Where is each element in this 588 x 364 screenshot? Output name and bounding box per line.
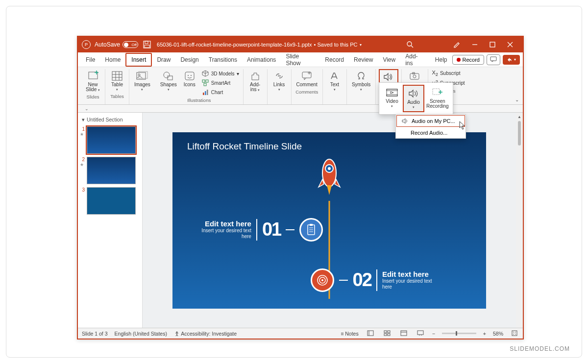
- tab-design[interactable]: Design: [175, 54, 203, 66]
- audio-button[interactable]: Audio▾: [403, 85, 424, 112]
- qat-row: ⌄: [78, 105, 523, 113]
- tab-view[interactable]: View: [378, 54, 400, 66]
- tab-slideshow[interactable]: Slide Show: [281, 50, 320, 69]
- text-button[interactable]: Text▾: [326, 69, 343, 93]
- chart-icon: [201, 88, 209, 96]
- accessibility-status[interactable]: Accessibility: Investigate: [174, 331, 237, 337]
- addins-icon: [248, 70, 262, 82]
- tab-help[interactable]: Help: [430, 54, 452, 66]
- slide-canvas[interactable]: Liftoff Rocket Timeline Slide Edit text …: [172, 132, 486, 309]
- tab-draw[interactable]: Draw: [152, 54, 175, 66]
- tab-animations[interactable]: Animations: [242, 54, 281, 66]
- svg-point-55: [176, 331, 177, 333]
- share-button[interactable]: ▾: [503, 55, 520, 65]
- ribbon-expand-icon[interactable]: ⌄: [515, 97, 519, 102]
- record-dot-icon: [457, 58, 461, 62]
- svg-rect-28: [204, 83, 206, 86]
- links-button[interactable]: Links▾: [270, 69, 288, 93]
- screen-recording-button[interactable]: ScreenRecording: [424, 85, 451, 112]
- tab-insert[interactable]: Insert: [125, 53, 152, 67]
- rocket-icon: [317, 156, 342, 202]
- group-tables-label: Tables: [110, 94, 123, 99]
- normal-view-icon[interactable]: [366, 329, 375, 338]
- watermark: SLIDEMODEL.COM: [510, 345, 570, 352]
- maximize-icon[interactable]: [489, 41, 496, 49]
- svg-rect-29: [203, 93, 204, 95]
- chevron-down-icon[interactable]: ▾: [360, 43, 362, 47]
- comments-pane-button[interactable]: [487, 54, 500, 65]
- milestone-1: Edit text here Insert your desired text …: [197, 218, 323, 242]
- svg-rect-23: [185, 72, 194, 80]
- speaker-icon: [382, 71, 395, 83]
- saved-status[interactable]: • Saved to this PC: [314, 42, 358, 48]
- zoom-value[interactable]: 58%: [493, 331, 503, 337]
- pen-icon[interactable]: [453, 41, 461, 49]
- symbols-button[interactable]: Symbols▾: [350, 69, 372, 93]
- scrollbar-thumb[interactable]: [518, 121, 521, 146]
- scroll-up-icon[interactable]: ▲: [517, 115, 521, 119]
- cube-icon: [201, 70, 209, 77]
- thumbnail-1[interactable]: 1★: [80, 126, 140, 154]
- 3d-models-button[interactable]: 3D Models ▾: [200, 69, 240, 78]
- tab-file[interactable]: File: [81, 54, 100, 66]
- thumbnail-1-preview: [87, 126, 136, 154]
- tab-transitions[interactable]: Transitions: [204, 54, 242, 66]
- svg-rect-61: [388, 334, 390, 336]
- slide-title: Liftoff Rocket Timeline Slide: [187, 141, 302, 152]
- svg-rect-1: [145, 41, 148, 44]
- milestone-2: 02 Edit text here Insert your desired te…: [311, 268, 436, 292]
- comment-button[interactable]: Comment: [294, 69, 319, 88]
- addins-button[interactable]: Add-ins ▾: [246, 69, 264, 93]
- smartart-button[interactable]: SmartArt: [200, 78, 240, 87]
- slideshow-view-icon[interactable]: [416, 329, 425, 338]
- video-button[interactable]: Video▾: [381, 85, 403, 112]
- audio-on-my-pc-item[interactable]: Audio on My PC...: [396, 115, 465, 127]
- group-slides-label: Slides: [87, 94, 99, 99]
- record-audio-item[interactable]: Record Audio...: [396, 127, 466, 138]
- icons-button[interactable]: Icons: [181, 69, 198, 88]
- thumbnail-3[interactable]: 3: [80, 187, 140, 215]
- tab-addins[interactable]: Add-ins: [400, 50, 430, 69]
- slide-counter[interactable]: Slide 1 of 3: [82, 331, 108, 337]
- smartart-icon: [201, 79, 209, 87]
- sorter-view-icon[interactable]: [382, 329, 392, 338]
- svg-rect-67: [512, 331, 517, 336]
- fit-to-window-icon[interactable]: [510, 329, 519, 338]
- svg-point-24: [188, 75, 189, 76]
- clipboard-icon: [299, 218, 323, 242]
- new-slide-button[interactable]: NewSlide ▾: [84, 69, 102, 93]
- subscript-button[interactable]: X2 Subscript: [431, 69, 466, 77]
- video-icon: [385, 87, 399, 98]
- images-button[interactable]: Images▾: [132, 69, 152, 93]
- search-icon[interactable]: [406, 41, 414, 49]
- notes-button[interactable]: ≡ Notes: [341, 331, 358, 337]
- chart-button[interactable]: Chart: [200, 88, 240, 97]
- slide-area[interactable]: Liftoff Rocket Timeline Slide Edit text …: [143, 113, 516, 328]
- reading-view-icon[interactable]: [399, 329, 409, 338]
- addins-label: Add-ins ▾: [250, 82, 260, 92]
- save-icon[interactable]: [143, 41, 151, 49]
- tab-review[interactable]: Review: [349, 54, 378, 66]
- zoom-out-button[interactable]: −: [432, 331, 435, 337]
- tab-record[interactable]: Record: [320, 54, 349, 66]
- minimize-icon[interactable]: [471, 41, 479, 49]
- record-button[interactable]: Record: [452, 55, 484, 65]
- screen-recording-label: ScreenRecording: [426, 99, 449, 109]
- thumbnail-2[interactable]: 2★: [80, 157, 140, 184]
- qat-chevron-icon[interactable]: ⌄: [85, 106, 89, 111]
- tab-home[interactable]: Home: [100, 54, 125, 66]
- svg-rect-22: [168, 76, 172, 80]
- zoom-in-button[interactable]: +: [483, 331, 486, 337]
- screen-recording-icon: [431, 87, 444, 98]
- shapes-button[interactable]: Shapes▾: [158, 69, 179, 93]
- language-status[interactable]: English (United States): [115, 331, 167, 337]
- autosave-toggle[interactable]: AutoSave Off: [95, 41, 138, 48]
- vertical-scrollbar[interactable]: ▲: [516, 113, 523, 328]
- table-button[interactable]: Table▾: [108, 69, 126, 93]
- close-icon[interactable]: [506, 41, 514, 49]
- toggle-off-icon[interactable]: Off: [122, 41, 138, 48]
- media-dropdown: Video▾ Audio▾ ScreenRecording: [379, 82, 453, 115]
- section-header[interactable]: ▾Untitled Section: [80, 116, 140, 123]
- target-icon: [311, 268, 334, 292]
- zoom-slider[interactable]: [442, 333, 476, 334]
